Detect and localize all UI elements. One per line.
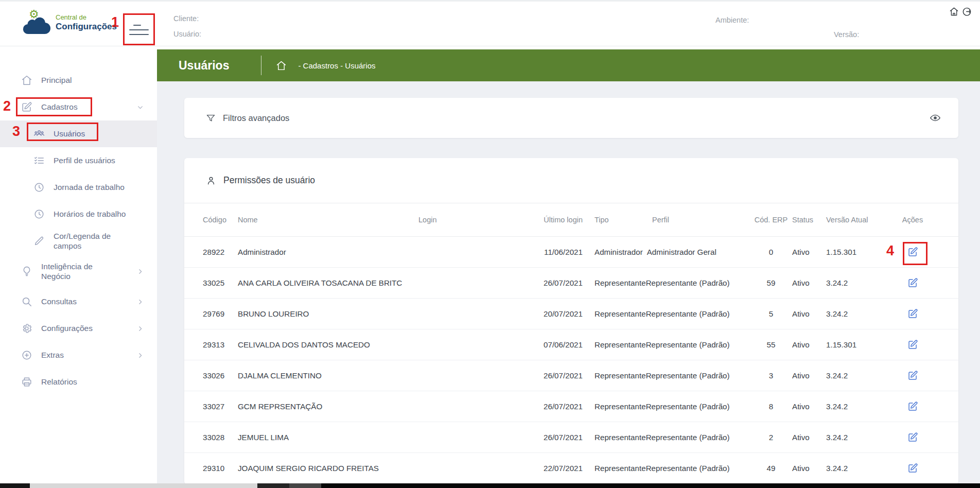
- sidebar-item-label: Cadastros: [41, 102, 78, 112]
- pen-icon: [33, 235, 45, 247]
- scrollbar-segment: [0, 483, 30, 488]
- eye-icon[interactable]: [930, 112, 941, 124]
- sidebar-item-horarios-de-trabalho[interactable]: Horários de trabalho: [0, 201, 157, 228]
- cell-status: Ativo: [792, 402, 826, 411]
- cell-codigo: 29310: [203, 464, 238, 473]
- cell-nome: JOAQUIM SERGIO RICARDO FREITAS: [238, 464, 418, 473]
- cell-perfil: Representante (Padrão): [646, 464, 730, 473]
- sidebar: Principal Cadastros Usuários Perfil de u…: [0, 46, 157, 488]
- sidebar-item-jornada-de-trabalho[interactable]: Jornada de trabalho: [0, 174, 157, 201]
- sidebar-item-cadastros[interactable]: Cadastros: [0, 94, 157, 120]
- cell-nome: GCM REPRSENTAÇÃO: [238, 402, 418, 411]
- sidebar-item-perfil-de-usuarios[interactable]: Perfil de usuários: [0, 147, 157, 174]
- col-acoes: Ações: [898, 216, 927, 224]
- cell-cod-erp: 55: [750, 340, 792, 349]
- cell-ultimo-login: 07/06/2021: [535, 340, 594, 349]
- sidebar-item-label: Extras: [41, 350, 64, 360]
- edit-user-button[interactable]: [905, 306, 920, 321]
- cell-cod-erp: 0: [750, 248, 792, 256]
- app-logo: ⚙ Central de Configurações: [21, 11, 139, 40]
- edit-user-button[interactable]: [905, 368, 920, 383]
- cell-tipo-perfil: RepresentanteRepresentante (Padrão): [594, 464, 750, 473]
- edit-user-button[interactable]: [905, 461, 920, 476]
- cell-versao-atual: 3.24.2: [826, 464, 898, 473]
- home-icon[interactable]: [949, 7, 959, 18]
- edit-user-button[interactable]: [905, 245, 920, 259]
- sidebar-item-principal[interactable]: Principal: [0, 67, 157, 94]
- printer-icon: [21, 376, 33, 388]
- gear-icon: [21, 322, 33, 335]
- cell-cod-erp: 49: [750, 464, 792, 473]
- edit-user-button[interactable]: [905, 399, 920, 414]
- sidebar-item-extras[interactable]: Extras: [0, 342, 157, 369]
- horizontal-scrollbar[interactable]: [0, 483, 980, 488]
- edit-icon: [907, 339, 918, 350]
- sidebar-item-configuracoes[interactable]: Configurações: [0, 315, 157, 342]
- edit-icon: [907, 432, 918, 443]
- col-perfil: Perfil: [652, 216, 750, 224]
- table-row: 33026 DJALMA CLEMENTINO 26/07/2021 Repre…: [184, 360, 958, 391]
- sidebar-item-inteligencia-de-negocio[interactable]: Inteligência de Negócio: [0, 254, 157, 288]
- cell-nome: ANA CARLA OLIVEIRA TOSACANA DE BRITC: [238, 278, 418, 287]
- edit-icon: [907, 308, 918, 319]
- cell-ultimo-login: 26/07/2021: [535, 278, 594, 287]
- funnel-icon: [206, 113, 216, 123]
- hamburger-icon[interactable]: [129, 21, 150, 39]
- cell-codigo: 33026: [203, 371, 238, 380]
- edit-icon: [907, 247, 918, 257]
- cell-ultimo-login: 22/07/2021: [535, 464, 594, 473]
- cell-status: Ativo: [792, 464, 826, 473]
- table-row: 29769 BRUNO LOUREIRO 20/07/2021 Represen…: [184, 299, 958, 329]
- chevron-down-icon: [137, 104, 144, 111]
- col-status: Status: [792, 216, 826, 224]
- cell-nome: BRUNO LOUREIRO: [238, 309, 418, 318]
- edit-icon: [907, 370, 918, 381]
- cell-perfil: Representante (Padrão): [646, 340, 730, 349]
- sidebar-item-usuarios[interactable]: Usuários: [0, 120, 157, 147]
- cliente-label: Cliente:: [173, 14, 199, 23]
- scrollbar-segment: [257, 483, 289, 488]
- sidebar-item-cor-legenda-de-campos[interactable]: Cor/Legenda de campos: [0, 228, 157, 254]
- cell-ultimo-login: 26/07/2021: [535, 402, 594, 411]
- edit-user-button[interactable]: [905, 337, 920, 352]
- edit-icon: [907, 463, 918, 474]
- cell-tipo: Representante: [594, 402, 646, 411]
- edit-user-button[interactable]: [905, 430, 920, 445]
- cell-tipo-perfil: RepresentanteRepresentante (Padrão): [594, 433, 750, 442]
- edit-user-button[interactable]: [905, 275, 920, 290]
- cell-versao-atual: 3.24.2: [826, 371, 898, 380]
- panel-header: Permissões de usuário: [184, 158, 958, 203]
- users-icon: [33, 128, 45, 140]
- cell-tipo: Representante: [594, 278, 646, 287]
- cell-cod-erp: 3: [750, 371, 792, 380]
- cell-nome: CELIVALDA DOS DANTOS MACEDO: [238, 340, 418, 349]
- cell-codigo: 28922: [203, 248, 238, 256]
- chevron-right-icon: [137, 325, 144, 332]
- cell-nome: DJALMA CLEMENTINO: [238, 371, 418, 380]
- cell-tipo: Representante: [594, 433, 646, 442]
- page-banner: Usuários - Cadastros - Usuários: [157, 49, 980, 81]
- table-row: 28922 Administrador 11/06/2021 Administr…: [184, 237, 958, 268]
- cell-ultimo-login: 11/06/2021: [535, 248, 594, 256]
- logout-icon[interactable]: [962, 7, 972, 18]
- cell-perfil: Representante (Padrão): [646, 309, 730, 318]
- cell-tipo: Representante: [594, 464, 646, 473]
- sidebar-item-consultas[interactable]: Consultas: [0, 288, 157, 315]
- cell-tipo-perfil: RepresentanteRepresentante (Padrão): [594, 309, 750, 318]
- chevron-right-icon: [137, 299, 144, 305]
- clock-icon: [33, 208, 45, 220]
- home-icon[interactable]: [276, 60, 287, 71]
- cell-nome: JEMUEL LIMA: [238, 433, 418, 442]
- search-icon: [21, 295, 33, 308]
- clock-icon: [33, 181, 45, 194]
- cell-ultimo-login: 26/07/2021: [535, 433, 594, 442]
- advanced-filters-panel[interactable]: Filtros avançados: [184, 98, 958, 138]
- chevron-right-icon: [137, 268, 144, 275]
- sidebar-item-relatorios[interactable]: Relatórios: [0, 369, 157, 395]
- scrollbar-thumb[interactable]: [30, 483, 257, 488]
- logo-text-line2: Configurações: [56, 22, 117, 32]
- col-login: Login: [418, 216, 535, 224]
- user-icon: [206, 176, 216, 186]
- banner-divider: [261, 56, 261, 75]
- filters-title: Filtros avançados: [223, 113, 289, 123]
